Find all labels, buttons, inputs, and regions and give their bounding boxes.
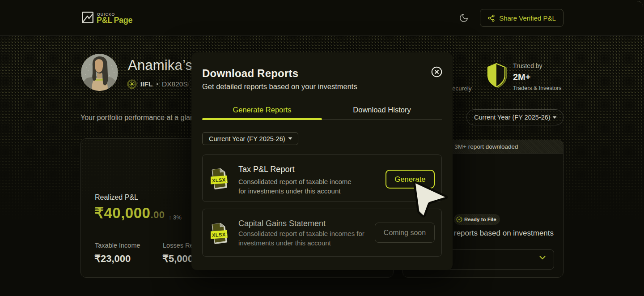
svg-text:XLSX: XLSX	[212, 232, 226, 238]
svg-text:XLSX: XLSX	[212, 177, 226, 183]
